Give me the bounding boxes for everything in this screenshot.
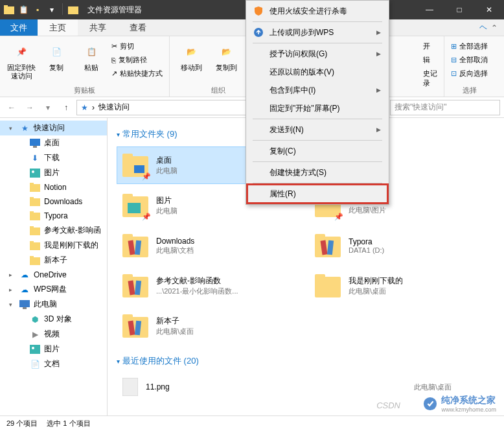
minimize-button[interactable]: — (415, 0, 444, 19)
search-input[interactable]: 搜索"快速访问" (390, 100, 500, 115)
svg-rect-1 (4, 5, 8, 8)
svg-rect-14 (30, 226, 34, 229)
menu-icon (253, 66, 264, 78)
paste-shortcut-button[interactable]: ↗粘贴快捷方式 (110, 67, 164, 80)
cut-button[interactable]: ✂剪切 (110, 40, 164, 52)
paste-button[interactable]: 📋 粘贴 (75, 39, 108, 84)
selected-count: 选中 1 个项目 (47, 419, 90, 428)
menu-separator (253, 21, 382, 22)
svg-rect-38 (315, 234, 325, 239)
select-all-button[interactable]: ⊞全部选择 (450, 40, 489, 52)
sidebar-item-2[interactable]: ⬇下载 (0, 150, 107, 165)
sidebar-item-1[interactable]: 桌面 (0, 135, 107, 150)
sidebar-item-5[interactable]: Downloads (0, 194, 107, 209)
menu-item-2[interactable]: 上传或同步到WPS▶ (247, 23, 387, 41)
sidebar-item-16[interactable]: 📄文档 (0, 356, 107, 371)
invert-selection-button[interactable]: ⊡反向选择 (450, 67, 489, 80)
sidebar-item-13[interactable]: ⬢3D 对象 (0, 312, 107, 327)
sidebar-item-3[interactable]: 图片 (0, 165, 107, 180)
copyto-button[interactable]: 📂 复制到 (210, 39, 242, 84)
star-icon: ★ (81, 103, 88, 112)
select-none-button[interactable]: ⊟全部取消 (450, 54, 489, 66)
up-button[interactable]: ↑ (58, 100, 74, 115)
recent-section-header[interactable]: 最近使用的文件 (20) (117, 355, 495, 367)
pin-quickaccess-button[interactable]: 📌 固定到快速访问 (5, 39, 38, 84)
tab-view[interactable]: 查看 (118, 19, 158, 36)
sidebar-item-12[interactable]: ▾此电脑 (0, 297, 107, 312)
tab-share[interactable]: 共享 (78, 19, 118, 36)
close-button[interactable]: ✕ (474, 0, 504, 19)
menu-item-0[interactable]: 使用火绒安全进行杀毒 (247, 2, 387, 20)
dropdown-icon[interactable]: ▾ (45, 3, 58, 16)
menu-item-4[interactable]: 授予访问权限(G)▶ (247, 45, 387, 63)
folder-icon (121, 231, 150, 260)
help-icon[interactable]: ヘ (479, 22, 487, 33)
history-button[interactable]: 史记录 (422, 67, 439, 89)
chevron-right-icon: ▶ (376, 29, 381, 36)
copy-icon: 📄 (46, 41, 67, 62)
svg-rect-34 (122, 234, 133, 239)
sidebar-item-0[interactable]: ▾★快速访问 (0, 121, 107, 135)
sidebar-item-8[interactable]: 我是刚刚下载的 (0, 238, 107, 253)
sidebar-item-14[interactable]: ▶视频 (0, 327, 107, 342)
menu-item-5[interactable]: 还原以前的版本(V) (247, 63, 387, 81)
menu-separator (253, 183, 382, 183)
menu-icon (253, 145, 264, 157)
save-icon[interactable]: 📋 (17, 3, 30, 16)
desktop-icon (30, 138, 40, 148)
sidebar-item-15[interactable]: 图片 (0, 342, 107, 356)
moveto-icon: 📂 (181, 41, 201, 62)
folder-item-4[interactable]: Downloads此电脑\文档 (117, 227, 303, 264)
menu-item-6[interactable]: 包含到库中(I)▶ (247, 81, 387, 99)
copy-path-button[interactable]: ⎘复制路径 (110, 54, 164, 66)
sidebar-item-7[interactable]: 参考文献-影响函 (0, 223, 107, 238)
selectall-icon: ⊞ (451, 42, 457, 51)
paste-icon: 📋 (81, 41, 102, 62)
menu-icon (253, 48, 264, 60)
wps-icon: ☁ (19, 285, 30, 295)
folder-icon (121, 272, 150, 300)
menu-item-11[interactable]: 复制(C) (247, 142, 387, 160)
folder-icon (3, 3, 16, 16)
sidebar-item-11[interactable]: ▸☁WPS网盘 (0, 282, 107, 297)
tab-file[interactable]: 文件 (0, 19, 38, 36)
sidebar[interactable]: ▾★快速访问桌面⬇下载图片NotionDownloadsTypora参考文献-影… (0, 118, 108, 415)
menu-item-15[interactable]: 属性(R) (247, 185, 387, 203)
forward-button[interactable]: → (22, 100, 38, 115)
menu-item-13[interactable]: 创建快捷方式(S) (247, 163, 387, 181)
scissors-icon: ✂ (111, 42, 117, 51)
star-icon: ★ (19, 123, 30, 134)
pictures-icon (30, 168, 40, 178)
svg-rect-5 (30, 169, 40, 178)
pin-icon: 📌 (11, 41, 32, 62)
sidebar-item-4[interactable]: Notion (0, 180, 107, 194)
svg-rect-42 (122, 274, 133, 279)
sidebar-item-10[interactable]: ▸☁OneDrive (0, 268, 107, 282)
folder-item-8[interactable]: 新本子此电脑\桌面 (117, 307, 303, 345)
collapse-ribbon-icon[interactable]: ⌃ (491, 23, 498, 32)
folder-icon (30, 182, 40, 192)
edit-button[interactable]: 辑 (422, 54, 439, 66)
sidebar-item-9[interactable]: 新本子 (0, 253, 107, 268)
recent-dropdown[interactable]: ▾ (40, 100, 56, 115)
menu-icon (253, 167, 264, 178)
folder-item-5[interactable]: TyporaDATA1 (D:) (309, 227, 495, 264)
back-button[interactable]: ← (4, 100, 19, 115)
maximize-button[interactable]: □ (444, 0, 474, 19)
folder-item-7[interactable]: 我是刚刚下载的此电脑\桌面 (309, 267, 495, 305)
copy-button[interactable]: 📄 复制 (40, 39, 73, 84)
folder-icon: 📌 (121, 151, 150, 180)
props-icon[interactable]: ▪ (31, 3, 44, 16)
sidebar-item-6[interactable]: Typora (0, 209, 107, 223)
tab-home[interactable]: 主页 (38, 19, 78, 36)
svg-rect-18 (30, 256, 34, 259)
menu-item-9[interactable]: 发送到(N)▶ (247, 121, 387, 139)
moveto-button[interactable]: 📂 移动到 (175, 39, 207, 84)
folder-item-6[interactable]: 参考文献-影响函数...\2021-最小化影响函数... (117, 267, 303, 305)
selectnone-icon: ⊟ (451, 56, 457, 64)
menu-item-7[interactable]: 固定到"开始"屏幕(P) (247, 99, 387, 117)
svg-rect-46 (315, 274, 325, 279)
menu-separator (253, 119, 382, 119)
open-button[interactable]: 开 (422, 40, 439, 52)
pictures-icon (30, 344, 40, 355)
